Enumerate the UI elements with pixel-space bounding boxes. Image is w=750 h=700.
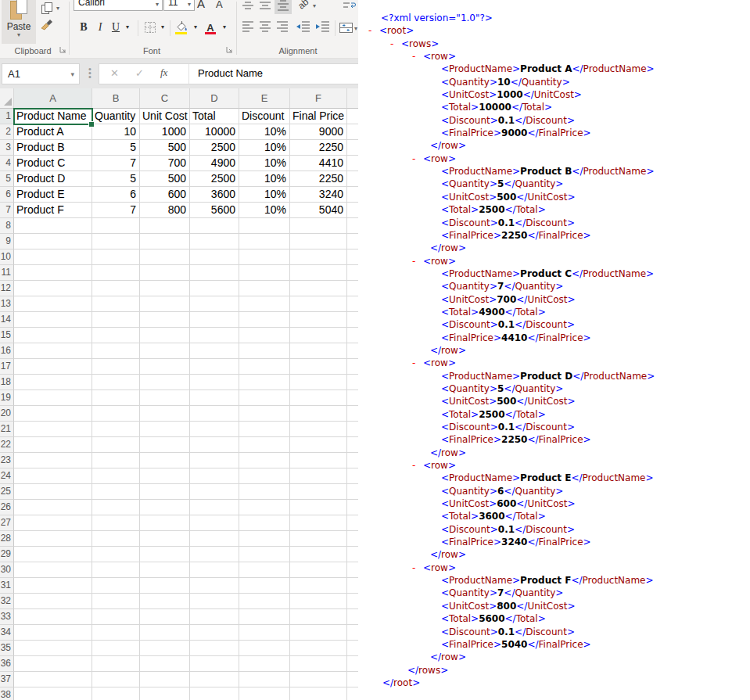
row-header-35[interactable]: 35 bbox=[0, 641, 14, 656]
cell[interactable] bbox=[14, 468, 92, 484]
cell[interactable] bbox=[347, 625, 358, 641]
cell[interactable] bbox=[190, 594, 239, 609]
align-right-icon[interactable] bbox=[275, 20, 289, 36]
cell[interactable] bbox=[347, 140, 358, 156]
row-header-25[interactable]: 25 bbox=[0, 484, 14, 500]
cell[interactable] bbox=[14, 312, 92, 328]
cell[interactable] bbox=[290, 390, 347, 406]
cancel-icon[interactable]: ✕ bbox=[110, 67, 119, 79]
font-name-dropdown-arrow[interactable]: ▾ bbox=[156, 1, 159, 8]
cell[interactable] bbox=[92, 547, 140, 562]
cell[interactable] bbox=[190, 390, 239, 406]
cell[interactable] bbox=[14, 234, 92, 249]
cell[interactable] bbox=[190, 468, 239, 484]
cell[interactable] bbox=[347, 547, 358, 562]
cell[interactable] bbox=[347, 641, 358, 656]
cell[interactable] bbox=[290, 562, 347, 578]
cell[interactable] bbox=[239, 328, 290, 343]
selected-cell[interactable]: Product Name bbox=[14, 109, 92, 124]
cell[interactable] bbox=[14, 656, 92, 672]
cell[interactable] bbox=[290, 296, 347, 312]
cell[interactable] bbox=[92, 578, 140, 594]
cell[interactable] bbox=[190, 234, 239, 249]
cell[interactable] bbox=[190, 484, 239, 500]
cell[interactable] bbox=[347, 594, 358, 609]
cell[interactable] bbox=[92, 531, 140, 547]
row-header-18[interactable]: 18 bbox=[0, 375, 14, 390]
cell[interactable] bbox=[347, 672, 358, 687]
cell[interactable] bbox=[140, 562, 190, 578]
cell[interactable]: 600 bbox=[140, 187, 190, 203]
cell[interactable] bbox=[14, 249, 92, 265]
cell[interactable] bbox=[347, 453, 358, 468]
font-color-icon[interactable]: A bbox=[203, 19, 217, 36]
cell[interactable] bbox=[92, 359, 140, 375]
cell[interactable] bbox=[190, 328, 239, 343]
merge-center-dropdown-arrow[interactable]: ▾ bbox=[354, 26, 357, 32]
cell[interactable] bbox=[347, 484, 358, 500]
cell[interactable] bbox=[239, 281, 290, 296]
cell[interactable] bbox=[347, 312, 358, 328]
cell[interactable]: 6 bbox=[92, 187, 140, 203]
cell[interactable] bbox=[239, 594, 290, 609]
borders-dropdown-arrow[interactable]: ▾ bbox=[159, 19, 167, 36]
cell[interactable] bbox=[347, 609, 358, 625]
formula-input[interactable]: Product Name bbox=[198, 67, 263, 79]
cell[interactable] bbox=[92, 406, 140, 422]
cell[interactable] bbox=[290, 281, 347, 296]
cell[interactable] bbox=[14, 625, 92, 641]
cell[interactable] bbox=[239, 422, 290, 437]
font-color-dropdown-arrow[interactable]: ▾ bbox=[221, 19, 228, 36]
row-header-32[interactable]: 32 bbox=[0, 594, 14, 609]
cell[interactable] bbox=[290, 375, 347, 390]
cell[interactable] bbox=[92, 687, 140, 700]
cell[interactable] bbox=[92, 515, 140, 531]
top-align-icon[interactable] bbox=[241, 0, 255, 14]
column-header-F[interactable]: F bbox=[290, 88, 347, 109]
cell[interactable] bbox=[14, 453, 92, 468]
cell[interactable] bbox=[347, 390, 358, 406]
cell[interactable] bbox=[290, 406, 347, 422]
cell[interactable] bbox=[92, 249, 140, 265]
row-header-8[interactable]: 8 bbox=[0, 218, 14, 234]
cell[interactable]: 500 bbox=[140, 140, 190, 156]
decrease-indent-icon[interactable] bbox=[295, 20, 311, 36]
cell[interactable] bbox=[14, 406, 92, 422]
bold-button[interactable]: B bbox=[77, 19, 91, 36]
collapse-marker[interactable]: - bbox=[412, 50, 423, 63]
column-header-A[interactable]: A bbox=[14, 88, 92, 109]
column-header-D[interactable]: D bbox=[190, 88, 239, 109]
cell[interactable] bbox=[140, 641, 190, 656]
cell[interactable] bbox=[140, 265, 190, 281]
cell[interactable] bbox=[92, 422, 140, 437]
cell[interactable] bbox=[92, 672, 140, 687]
font-name-combobox[interactable]: Calibri ▾ bbox=[74, 0, 163, 11]
cell[interactable] bbox=[140, 281, 190, 296]
cell[interactable] bbox=[140, 453, 190, 468]
row-header-24[interactable]: 24 bbox=[0, 468, 14, 484]
row-header-30[interactable]: 30 bbox=[0, 562, 14, 578]
cell[interactable]: 500 bbox=[140, 171, 190, 187]
cell[interactable] bbox=[140, 390, 190, 406]
copy-dropdown-arrow[interactable]: ▾ bbox=[56, 5, 59, 12]
cell[interactable] bbox=[239, 687, 290, 700]
column-header-C[interactable]: C bbox=[140, 88, 190, 109]
collapse-marker[interactable]: - bbox=[412, 459, 423, 472]
row-header-29[interactable]: 29 bbox=[0, 547, 14, 562]
cell[interactable] bbox=[239, 609, 290, 625]
cell[interactable] bbox=[190, 359, 239, 375]
row-header-4[interactable]: 4 bbox=[0, 156, 14, 171]
row-header-11[interactable]: 11 bbox=[0, 265, 14, 281]
cell[interactable] bbox=[140, 312, 190, 328]
row-header-6[interactable]: 6 bbox=[0, 187, 14, 203]
cell[interactable]: Discount bbox=[239, 109, 290, 124]
cell[interactable] bbox=[140, 328, 190, 343]
row-header-7[interactable]: 7 bbox=[0, 203, 14, 218]
cell[interactable] bbox=[140, 375, 190, 390]
cell[interactable] bbox=[290, 578, 347, 594]
cell[interactable] bbox=[140, 484, 190, 500]
cell[interactable] bbox=[239, 500, 290, 515]
cell[interactable] bbox=[14, 437, 92, 453]
orientation-dropdown-arrow[interactable]: ▾ bbox=[313, 3, 316, 9]
cell[interactable] bbox=[190, 218, 239, 234]
